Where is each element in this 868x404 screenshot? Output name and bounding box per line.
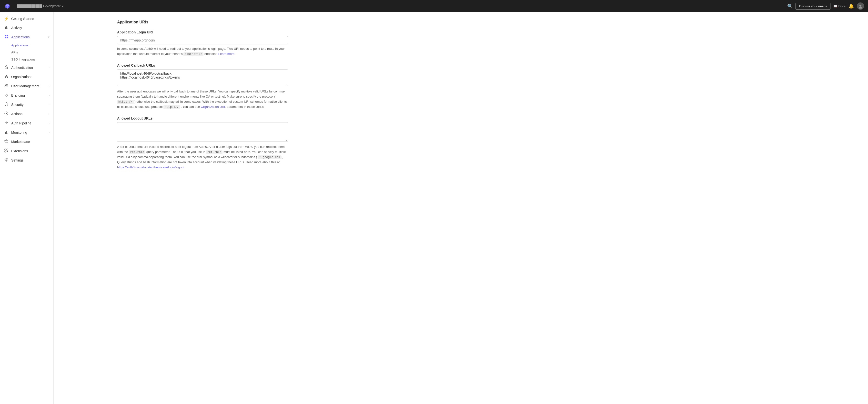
docs-label: Docs bbox=[838, 4, 845, 8]
activity-label: Activity bbox=[11, 26, 50, 30]
sidebar-item-branding[interactable]: Branding › bbox=[0, 91, 54, 100]
user-management-label: User Management bbox=[11, 84, 46, 88]
user-management-chevron-icon: › bbox=[49, 85, 50, 88]
extensions-label: Extensions bbox=[11, 149, 50, 153]
logout-urls-description: A set of URLs that are valid to redirect… bbox=[117, 145, 288, 170]
svg-rect-22 bbox=[7, 133, 8, 134]
svg-rect-19 bbox=[5, 132, 6, 134]
main-panel: Application URIs Application Login URI I… bbox=[107, 12, 868, 404]
sidebar-item-auth-pipeline[interactable]: Auth Pipeline › bbox=[0, 119, 54, 128]
sidebar-item-monitoring[interactable]: Monitoring › bbox=[0, 128, 54, 137]
notifications-icon[interactable]: 🔔 bbox=[848, 3, 854, 9]
svg-rect-13 bbox=[6, 75, 7, 75]
authentication-chevron-icon: › bbox=[49, 66, 50, 69]
svg-rect-20 bbox=[6, 131, 7, 134]
marketplace-label: Marketplace bbox=[11, 140, 50, 144]
auth-pipeline-icon bbox=[4, 121, 9, 126]
sidebar-item-marketplace[interactable]: Marketplace bbox=[0, 137, 54, 146]
svg-rect-25 bbox=[5, 151, 6, 152]
top-navigation: ████████████ Development ▾ 🔍 Discuss you… bbox=[0, 0, 868, 12]
auth-pipeline-label: Auth Pipeline bbox=[11, 121, 46, 125]
search-icon[interactable]: 🔍 bbox=[787, 3, 793, 9]
authentication-icon bbox=[4, 65, 9, 70]
organization-url-link[interactable]: Organization URL bbox=[201, 105, 226, 108]
user-avatar[interactable] bbox=[857, 2, 864, 10]
svg-rect-4 bbox=[6, 26, 7, 29]
applications-label: Applications bbox=[11, 35, 45, 39]
security-icon bbox=[4, 102, 9, 107]
discuss-needs-button[interactable]: Discuss your needs bbox=[796, 3, 831, 10]
login-uri-label: Application Login URI bbox=[117, 30, 858, 34]
svg-point-1 bbox=[859, 7, 862, 8]
applications-icon bbox=[4, 35, 9, 39]
marketplace-icon bbox=[4, 139, 9, 144]
svg-rect-8 bbox=[7, 35, 8, 36]
branding-icon bbox=[4, 93, 9, 98]
svg-rect-21 bbox=[7, 132, 7, 134]
svg-rect-6 bbox=[7, 28, 8, 29]
svg-point-16 bbox=[5, 84, 7, 86]
svg-rect-14 bbox=[5, 77, 6, 78]
svg-rect-23 bbox=[5, 149, 6, 150]
login-uri-learn-more-link[interactable]: Learn more bbox=[218, 52, 235, 56]
authentication-label: Authentication bbox=[11, 66, 46, 69]
monitoring-label: Monitoring bbox=[11, 130, 46, 134]
logout-docs-link[interactable]: https://auth0.com/docs/authenticate/logi… bbox=[117, 165, 184, 169]
activity-icon bbox=[4, 25, 9, 30]
svg-rect-7 bbox=[5, 35, 6, 36]
sidebar-item-organizations[interactable]: Organizations bbox=[0, 72, 54, 82]
login-uri-description: In some scenarios, Auth0 will need to re… bbox=[117, 46, 288, 57]
svg-point-26 bbox=[6, 159, 7, 160]
sidebar-item-getting-started[interactable]: ⚡ Getting Started bbox=[0, 14, 54, 23]
login-uri-input[interactable] bbox=[117, 36, 288, 44]
security-label: Security bbox=[11, 103, 46, 106]
logout-urls-input[interactable] bbox=[117, 122, 288, 142]
callback-urls-group: Allowed Callback URLs After the user aut… bbox=[117, 63, 858, 110]
docs-link[interactable]: 📖 Docs bbox=[833, 4, 845, 8]
user-management-icon bbox=[4, 84, 9, 89]
actions-label: Actions bbox=[11, 112, 46, 116]
svg-rect-18 bbox=[5, 132, 5, 134]
sidebar-sub-item-sso-integrations[interactable]: SSO Integrations bbox=[11, 56, 54, 63]
sidebar-item-actions[interactable]: Actions › bbox=[0, 109, 54, 119]
tenant-selector[interactable]: ████████████ Development ▾ bbox=[17, 4, 64, 8]
docs-book-icon: 📖 bbox=[833, 4, 837, 8]
applications-chevron-icon: ▾ bbox=[48, 35, 50, 39]
tenant-env: Development bbox=[43, 4, 61, 8]
svg-rect-24 bbox=[7, 149, 8, 150]
actions-icon bbox=[4, 112, 9, 116]
svg-rect-9 bbox=[5, 37, 6, 38]
extensions-icon bbox=[4, 149, 9, 153]
callback-urls-label: Allowed Callback URLs bbox=[117, 63, 858, 67]
settings-label: Settings bbox=[11, 158, 50, 162]
svg-rect-15 bbox=[7, 77, 8, 78]
sidebar-item-extensions[interactable]: Extensions bbox=[0, 146, 54, 156]
tenant-name: ████████████ bbox=[17, 4, 42, 8]
sidebar-item-security[interactable]: Security › bbox=[0, 100, 54, 109]
logo[interactable] bbox=[4, 3, 11, 9]
applications-submenu: Applications APIs SSO Integrations bbox=[0, 42, 54, 63]
actions-chevron-icon: › bbox=[49, 112, 50, 116]
svg-point-12 bbox=[6, 68, 7, 68]
sidebar-item-user-management[interactable]: User Management › bbox=[0, 82, 54, 91]
sidebar-item-applications[interactable]: Applications ▾ bbox=[0, 32, 54, 42]
content-area: Application URIs Application Login URI I… bbox=[54, 12, 868, 404]
auth-pipeline-chevron-icon: › bbox=[49, 122, 50, 125]
sidebar-item-settings[interactable]: Settings bbox=[0, 156, 54, 165]
svg-rect-3 bbox=[5, 27, 6, 29]
svg-rect-10 bbox=[7, 37, 8, 38]
sidebar-sub-item-applications[interactable]: Applications bbox=[11, 42, 54, 49]
svg-point-0 bbox=[860, 5, 861, 7]
logout-urls-label: Allowed Logout URLs bbox=[117, 116, 858, 120]
sidebar: ⚡ Getting Started Activity Applications … bbox=[0, 12, 54, 404]
branding-label: Branding bbox=[11, 93, 46, 97]
security-chevron-icon: › bbox=[49, 103, 50, 106]
getting-started-label: Getting Started bbox=[11, 17, 50, 21]
sidebar-item-activity[interactable]: Activity bbox=[0, 23, 54, 32]
monitoring-chevron-icon: › bbox=[49, 131, 50, 134]
callback-urls-input[interactable] bbox=[117, 69, 288, 86]
app-detail-nav bbox=[54, 12, 107, 404]
sidebar-item-authentication[interactable]: Authentication › bbox=[0, 63, 54, 72]
sidebar-sub-item-apis[interactable]: APIs bbox=[11, 49, 54, 56]
svg-rect-2 bbox=[5, 27, 5, 29]
